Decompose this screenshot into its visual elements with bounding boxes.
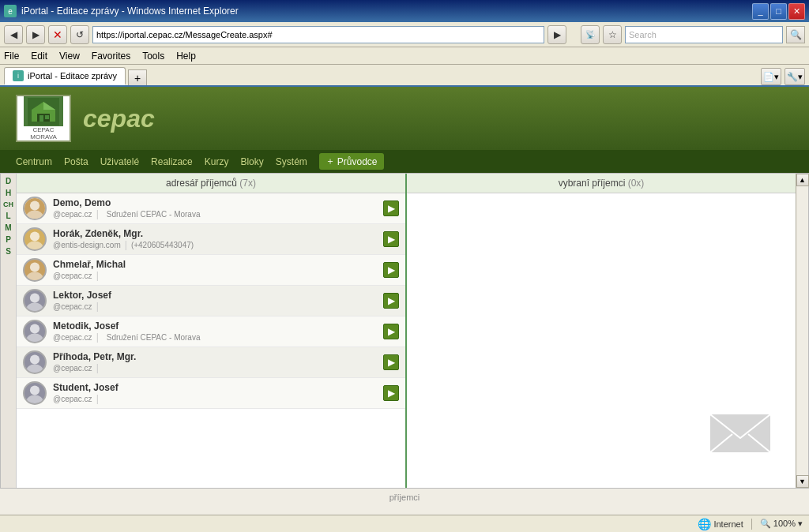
add-contact-button[interactable]: ▶ (383, 262, 399, 278)
letter-H[interactable]: H (2, 187, 14, 199)
close-button[interactable]: ✕ (788, 3, 805, 20)
contact-row[interactable]: Student, Josef @cepac.cz | ▶ (17, 378, 405, 409)
svg-rect-4 (40, 115, 43, 122)
svg-point-14 (30, 324, 40, 333)
letter-D[interactable]: D (2, 175, 14, 187)
new-tab-button[interactable]: + (128, 69, 147, 85)
contact-email: @cepac.cz (53, 395, 92, 403)
contact-name: Student, Josef (53, 382, 383, 393)
contact-row[interactable]: Lektor, Josef @cepac.cz | ▶ (17, 286, 405, 317)
tab-bar: i iPortal - Editace zprávy + 📄▾ 🔧▾ (0, 65, 809, 87)
svg-point-7 (27, 211, 43, 220)
menu-file[interactable]: File (4, 51, 19, 62)
nav-system[interactable]: Systém (276, 156, 307, 167)
back-button[interactable]: ◀ (4, 25, 23, 44)
nav-posta[interactable]: Pošta (64, 156, 88, 167)
contact-email: @entis-design.com (53, 241, 121, 249)
active-tab[interactable]: i iPortal - Editace zprávy (4, 67, 126, 85)
contact-info: Lektor, Josef @cepac.cz | (53, 290, 383, 312)
window-title: iPortal - Editace zprávy - Windows Inter… (21, 6, 239, 17)
refresh-button[interactable]: ↺ (70, 25, 89, 44)
right-scrollbar: ▲ ▼ (796, 174, 808, 488)
add-contact-button[interactable]: ▶ (383, 385, 399, 401)
contact-info: Student, Josef @cepac.cz | (53, 382, 383, 404)
nav-kurzy[interactable]: Kurzy (205, 156, 229, 167)
svg-point-12 (30, 293, 40, 302)
nav-realizace[interactable]: Realizace (151, 156, 193, 167)
forward-button[interactable]: ▶ (26, 25, 45, 44)
bottom-area: příjemci (0, 489, 809, 506)
content-area: CEPACMORAVA cepac Centrum Pošta Uživatel… (0, 87, 809, 515)
favorites-button[interactable]: ☆ (603, 25, 622, 44)
zone-label: Internet (713, 519, 743, 529)
letter-M[interactable]: M (2, 222, 14, 234)
contact-info: Demo, Demo @cepac.cz | Sdružení CEPAC - … (53, 197, 383, 219)
letter-CH[interactable]: CH (2, 199, 14, 210)
address-book-count: (7x) (239, 178, 256, 189)
scroll-up-button[interactable]: ▲ (796, 174, 809, 186)
url-input[interactable]: https://iportal.cepac.cz/MessageCreate.a… (92, 26, 544, 43)
bottom-label: příjemci (389, 493, 420, 502)
contact-row[interactable]: Příhoda, Petr, Mgr. @cepac.cz | ▶ (17, 347, 405, 378)
menu-edit[interactable]: Edit (31, 51, 47, 62)
contact-row[interactable]: Metodik, Josef @cepac.cz | Sdružení CEPA… (17, 317, 405, 347)
rss-button[interactable]: 📡 (581, 25, 600, 44)
search-input[interactable]: Search (625, 26, 783, 43)
contact-meta: @cepac.cz | Sdružení CEPAC - Morava (53, 208, 383, 219)
contact-email: @cepac.cz (53, 272, 92, 280)
avatar (23, 289, 47, 313)
letter-index: D H CH L M P S (1, 174, 17, 488)
title-bar-controls: _ □ ✕ (752, 3, 805, 20)
letter-P[interactable]: P (2, 234, 14, 245)
avatar (23, 197, 47, 220)
contact-phone: (+420605443047) (131, 241, 194, 249)
recipients-count: (0x) (628, 178, 645, 189)
search-button[interactable]: 🔍 (786, 26, 805, 43)
site-name: cepac (83, 104, 155, 133)
address-bar: ◀ ▶ ✕ ↺ https://iportal.cepac.cz/Message… (0, 22, 809, 47)
svg-point-9 (27, 242, 43, 251)
nav-uzivatele[interactable]: Uživatelé (100, 156, 139, 167)
address-split: adresář příjemců (7x) Demo, Demo (17, 174, 796, 488)
recipients-title: vybranî příjemci (559, 178, 626, 189)
contact-org: Sdružení CEPAC - Morava (103, 333, 201, 342)
envelope-decoration (709, 406, 772, 454)
zoom-label: 100% (773, 519, 796, 528)
letter-L[interactable]: L (2, 210, 14, 222)
nav-centrum[interactable]: Centrum (16, 156, 52, 167)
title-bar: e iPortal - Editace zprávy - Windows Int… (0, 0, 809, 22)
add-contact-button[interactable]: ▶ (383, 231, 399, 247)
contact-row[interactable]: Horák, Zdeněk, Mgr. @entis-design.com | … (17, 224, 405, 255)
letter-S[interactable]: S (2, 245, 14, 257)
add-contact-button[interactable]: ▶ (383, 354, 399, 370)
minimize-button[interactable]: _ (752, 3, 769, 20)
svg-point-18 (30, 385, 40, 395)
svg-rect-20 (710, 414, 770, 452)
add-contact-button[interactable]: ▶ (383, 324, 399, 339)
address-book-panel: adresář příjemců (7x) Demo, Demo (17, 174, 407, 488)
menu-view[interactable]: View (59, 51, 80, 62)
menu-tools[interactable]: Tools (142, 51, 164, 62)
maximize-button[interactable]: □ (770, 3, 787, 20)
avatar (23, 320, 47, 343)
svg-point-13 (27, 303, 43, 313)
tools-button[interactable]: 🔧▾ (785, 68, 805, 85)
contact-info: Chmelař, Michal @cepac.cz | (53, 259, 383, 281)
zoom-control[interactable]: 🔍 100% ▾ (760, 519, 803, 529)
svg-point-10 (30, 262, 40, 272)
add-contact-button[interactable]: ▶ (383, 293, 399, 309)
add-contact-button[interactable]: ▶ (383, 200, 399, 216)
menu-favorites[interactable]: Favorites (92, 51, 130, 62)
url-go-button[interactable]: ▶ (547, 25, 566, 44)
nav-guide[interactable]: ＋ Průvodce (319, 153, 384, 170)
nav-bloky[interactable]: Bloky (240, 156, 263, 167)
page-button[interactable]: 📄▾ (761, 68, 781, 85)
contact-row[interactable]: Chmelař, Michal @cepac.cz | ▶ (17, 255, 405, 286)
menu-help[interactable]: Help (176, 51, 196, 62)
contact-meta: @cepac.cz | (53, 270, 383, 281)
stop-button[interactable]: ✕ (48, 25, 67, 44)
contact-name: Lektor, Josef (53, 290, 383, 301)
contact-row[interactable]: Demo, Demo @cepac.cz | Sdružení CEPAC - … (17, 193, 405, 224)
svg-point-11 (27, 272, 43, 282)
scroll-down-button[interactable]: ▼ (796, 475, 809, 488)
